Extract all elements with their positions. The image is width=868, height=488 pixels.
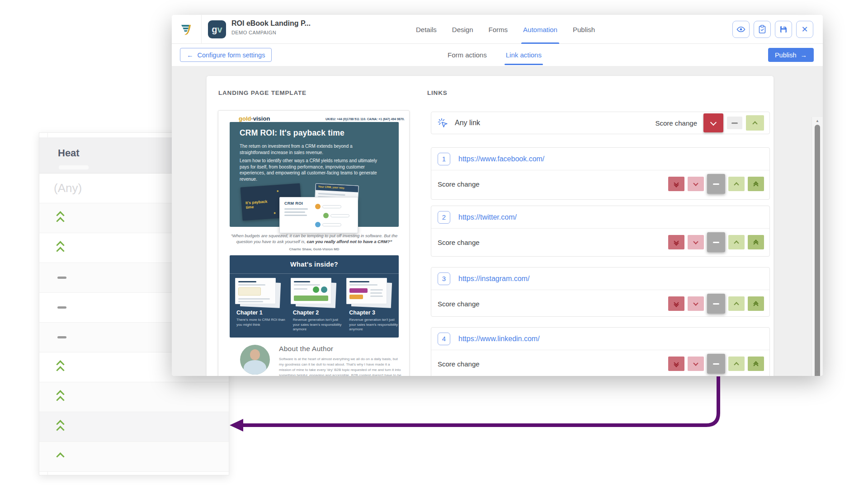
any-link-score-controls: Score change	[655, 113, 764, 132]
minus-icon	[713, 303, 719, 305]
score-double-up-button[interactable]	[748, 357, 764, 371]
scrollbar-thumb[interactable]	[815, 125, 820, 376]
score-neutral-button[interactable]	[727, 117, 742, 129]
score-double-down-button[interactable]	[668, 235, 684, 249]
heat-row[interactable]	[39, 442, 229, 472]
whats-inside-heading: What's inside?	[230, 261, 399, 268]
tab-design[interactable]: Design	[452, 15, 473, 44]
tab-forms[interactable]: Forms	[489, 15, 508, 44]
score-up-button[interactable]	[746, 115, 764, 131]
score-button-group	[668, 232, 764, 252]
score-up-button[interactable]	[728, 357, 745, 371]
close-button[interactable]: ✕	[796, 21, 813, 38]
score-change-label: Score change	[438, 360, 480, 368]
score-double-up-button[interactable]	[748, 235, 764, 249]
chapter-thumbnail	[344, 278, 395, 308]
link-number-badge: 3	[438, 272, 450, 285]
link-row[interactable]: 3 https://instagram.com/	[431, 267, 769, 290]
score-neutral-button-selected[interactable]	[707, 232, 725, 252]
configure-form-settings-button[interactable]: ← Configure form settings	[180, 48, 272, 62]
subtab-link-actions[interactable]: Link actions	[506, 44, 542, 66]
score-down-button-selected[interactable]	[703, 113, 723, 132]
whats-inside-section: What's inside?	[230, 255, 399, 338]
chapter-3: Chapter 3 Revenue generation isn't just …	[349, 310, 399, 332]
scrollbar-up-arrow[interactable]: ▲	[812, 119, 823, 123]
link-number-badge: 1	[438, 153, 450, 165]
score-change-row: Score change	[431, 170, 769, 197]
chapter-thumbnail	[233, 278, 284, 308]
brand-vision: ·vision	[251, 115, 270, 122]
score-up-button[interactable]	[728, 235, 745, 249]
tab-publish[interactable]: Publish	[573, 15, 595, 44]
double-chevron-up-icon	[754, 300, 758, 307]
automation-toolbar: ← Configure form settings Form actions L…	[172, 44, 823, 66]
chevron-down-icon	[693, 181, 698, 186]
link-row[interactable]: 1 https://www.facebook.com/	[431, 148, 769, 170]
logo-letter-v: v	[217, 24, 222, 35]
double-chevron-down-icon	[675, 181, 678, 187]
double-chevron-down-icon	[675, 301, 678, 306]
save-button[interactable]	[775, 21, 792, 38]
modal-body: LANDING PAGE TEMPLATE LINKS gold·vision …	[172, 66, 823, 376]
link-url[interactable]: https://www.facebook.com/	[458, 155, 544, 163]
subtab-form-actions[interactable]: Form actions	[448, 44, 487, 66]
link-url[interactable]: https://twitter.com/	[458, 213, 517, 221]
landing-page-template-label: LANDING PAGE TEMPLATE	[218, 89, 307, 96]
hero-paragraph-1: The return on investment from a CRM exte…	[240, 143, 375, 155]
chevron-down-icon	[710, 119, 717, 125]
score-up-button[interactable]	[728, 296, 745, 311]
score-change-label: Score change	[438, 180, 480, 188]
link-row[interactable]: 4 https://www.linkedin.com/	[431, 328, 769, 350]
score-double-down-button[interactable]	[668, 357, 684, 371]
score-neutral-button-selected[interactable]	[707, 354, 725, 374]
link-card: 3 https://instagram.com/ Score change	[431, 267, 770, 317]
scrollbar[interactable]: ▲ ▼	[811, 117, 823, 376]
campaign-editor-modal: gv ROI eBook Landing P... DEMO CAMPAIGN …	[172, 15, 823, 376]
double-chevron-down-icon	[675, 361, 678, 366]
link-number-badge: 2	[438, 211, 450, 224]
link-card: 1 https://www.facebook.com/ Score change	[431, 147, 770, 200]
author-avatar	[240, 345, 270, 375]
links-label: LINKS	[427, 89, 448, 96]
logo-letter-g: g	[212, 24, 217, 35]
tab-automation[interactable]: Automation	[523, 15, 557, 44]
back-arrow-icon: ←	[187, 52, 193, 59]
minus-icon	[713, 363, 719, 365]
chapter-1: Chapter 1 There's more to CRM ROI than y…	[236, 310, 286, 332]
score-double-down-button[interactable]	[668, 177, 684, 191]
score-double-up-button[interactable]	[748, 296, 764, 311]
scrollbar-down-arrow[interactable]: ▼	[812, 370, 823, 374]
any-link-row[interactable]: Any link Score change	[431, 112, 770, 134]
chapter-text: Revenue generation isn't just your sales…	[293, 318, 343, 332]
campaign-logo: gv	[208, 20, 226, 38]
link-url[interactable]: https://www.linkedin.com/	[458, 335, 540, 343]
heat-row[interactable]	[39, 382, 229, 412]
preview-button[interactable]	[732, 21, 750, 38]
link-row[interactable]: 2 https://twitter.com/	[431, 206, 769, 229]
chapter-title: Chapter 3	[349, 310, 399, 316]
app-logo	[172, 15, 202, 44]
score-up-button[interactable]	[728, 177, 745, 191]
link-url[interactable]: https://instagram.com/	[458, 275, 529, 283]
double-chevron-down-icon	[675, 239, 678, 245]
double-chevron-up-icon	[57, 361, 63, 373]
close-icon: ✕	[801, 25, 808, 33]
chevron-down-icon	[693, 300, 698, 305]
score-down-button[interactable]	[688, 235, 704, 249]
score-neutral-button-selected[interactable]	[707, 174, 725, 194]
score-double-up-button[interactable]	[748, 177, 764, 191]
chapters-row: Chapter 1 There's more to CRM ROI than y…	[230, 310, 399, 332]
link-number-badge: 4	[438, 333, 450, 345]
save-icon	[779, 25, 788, 33]
score-down-button[interactable]	[688, 296, 704, 311]
score-down-button[interactable]	[688, 357, 704, 371]
publish-button[interactable]: Publish →	[768, 48, 814, 62]
heat-row-highlighted[interactable]	[39, 412, 229, 442]
tab-details[interactable]: Details	[416, 15, 437, 44]
score-neutral-button-selected[interactable]	[707, 294, 725, 314]
score-change-label: Score change	[655, 119, 697, 127]
minus-icon	[713, 242, 719, 243]
score-down-button[interactable]	[688, 177, 704, 191]
score-double-down-button[interactable]	[668, 296, 684, 311]
clipboard-button[interactable]	[754, 21, 771, 38]
